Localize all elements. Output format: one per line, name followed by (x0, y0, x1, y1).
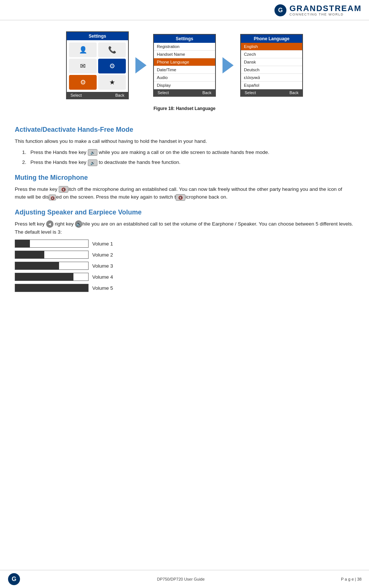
screen2-bottom: Select Back (154, 89, 215, 96)
volume-label-4: Volume 4 (92, 274, 113, 280)
volume-bar-2 (15, 251, 89, 259)
footer-logo-icon: G (7, 572, 21, 586)
menu-item-audio: Audio (154, 74, 215, 82)
screen2-menu: Registration Handset Name Phone Language… (154, 43, 215, 89)
icon-person: 👤 (69, 42, 97, 57)
footer-page-number: P a g e | 38 (341, 577, 362, 581)
icon-phone: 📞 (98, 42, 126, 57)
step-1: 1. Press the Hands free key 🔊 while you … (22, 148, 354, 157)
volume-label-2: Volume 2 (92, 252, 113, 258)
right-key-icon: 🔊 (75, 220, 82, 228)
lang-item-greek: ελληνικά (241, 74, 302, 82)
header: G GRANDSTREAM CONNECTING THE WORLD (0, 0, 369, 20)
volume-bar-fill-4 (15, 273, 73, 281)
lang-item-czech: Czech (241, 51, 302, 58)
phone-screen-2: Settings Registration Handset Name Phone… (153, 34, 216, 97)
left-key-icon: ◀ (46, 220, 54, 228)
figure-caption: Figure 18: Handset Language (154, 106, 215, 111)
arrow-1 (132, 57, 149, 73)
lang-item-deutsch: Deutsch (241, 66, 302, 74)
section-muting-title: Muting the Microphone (15, 174, 354, 182)
screen1-select: Select (70, 93, 82, 97)
phone-screens-container: Settings 👤 📞 ✉ ⚙ ⚙ ★ Select Back Setting… (66, 31, 303, 99)
volume-bar-3 (15, 262, 89, 270)
section-muting-body: Press the mute key 🔇itch off the microph… (15, 185, 354, 201)
menu-item-phone-language: Phone Language (154, 58, 215, 66)
volume-row-5: Volume 5 (15, 284, 354, 292)
volume-row-2: Volume 2 (15, 251, 354, 259)
logo-text: GRANDSTREAM CONNECTING THE WORLD (289, 4, 362, 17)
screen2-select: Select (158, 90, 169, 95)
volume-bar-fill-1 (15, 240, 30, 247)
step-1-text: 1. Press the Hands free key 🔊 while you … (22, 148, 354, 157)
screen3-select: Select (245, 90, 256, 95)
menu-item-display: Display (154, 82, 215, 89)
screen1-back: Back (115, 93, 124, 97)
phone-screen-1: Settings 👤 📞 ✉ ⚙ ⚙ ★ Select Back (66, 31, 129, 99)
grandstream-logo-icon: G (274, 4, 287, 17)
icon-gear2: ⚙ (69, 75, 97, 90)
screen2-title: Settings (154, 35, 215, 43)
step-2-text: 2. Press the Hands free key 🔊 to deactiv… (22, 158, 354, 166)
lang-item-dansk: Dansk (241, 58, 302, 66)
icon-gear: ⚙ (98, 59, 126, 73)
volume-bar-fill-3 (15, 262, 59, 269)
volume-label-1: Volume 1 (92, 241, 113, 247)
volume-bar-1 (15, 240, 89, 248)
volume-bar-fill-2 (15, 251, 44, 258)
volume-label-3: Volume 3 (92, 263, 113, 269)
screen3-bottom: Select Back (241, 89, 302, 96)
svg-text:G: G (278, 7, 283, 13)
section-volume: Adjusting Speaker and Earpiece Volume Pr… (15, 209, 354, 292)
volume-row-1: Volume 1 (15, 240, 354, 248)
logo: G GRANDSTREAM CONNECTING THE WORLD (274, 4, 362, 17)
lang-item-espanol: Español (241, 82, 302, 89)
mute-display-icon: 🔇 (49, 195, 56, 200)
footer-center-text: DP750/DP720 User Guide (157, 577, 205, 581)
hands-free-key-icon-2: 🔊 (88, 159, 97, 166)
section-hands-free: Activate/Deactivate Hands-Free Mode This… (15, 126, 354, 166)
figure-section: Settings 👤 📞 ✉ ⚙ ⚙ ★ Select Back Setting… (0, 20, 369, 115)
phone-screen-3: Phone Language English Czech Dansk Deuts… (240, 34, 303, 97)
menu-item-registration: Registration (154, 43, 215, 51)
section-muting: Muting the Microphone Press the mute key… (15, 174, 354, 201)
main-content: Activate/Deactivate Hands-Free Mode This… (0, 115, 369, 303)
volume-bar-fill-5 (15, 284, 88, 292)
screen2-back: Back (203, 90, 211, 95)
arrow-2 (220, 57, 237, 73)
footer: G DP750/DP720 User Guide P a g e | 38 (0, 570, 369, 588)
arrow-right-icon-2 (223, 57, 234, 73)
volume-label-5: Volume 5 (92, 285, 113, 291)
volume-row-3: Volume 3 (15, 262, 354, 270)
volume-levels-list: Volume 1 Volume 2 Volume 3 (15, 240, 354, 292)
icon-mail: ✉ (69, 59, 97, 73)
arrow-right-icon-1 (135, 57, 146, 73)
mute-key-icon-2: 🔇 (176, 194, 185, 201)
lang-item-english: English (241, 43, 302, 51)
mute-key-icon: 🔇 (59, 186, 68, 193)
screen1-icons: 👤 📞 ✉ ⚙ ⚙ ★ (67, 40, 128, 92)
screen3-lang-list: English Czech Dansk Deutsch ελληνικά Esp… (241, 43, 302, 89)
icon-star: ★ (98, 75, 126, 90)
logo-brand: GRANDSTREAM (289, 4, 362, 13)
section-hands-free-intro: This function allows you to make a call … (15, 137, 354, 145)
screen1-bottom: Select Back (67, 92, 128, 99)
logo-tagline: CONNECTING THE WORLD (289, 13, 362, 17)
menu-item-handset-name: Handset Name (154, 51, 215, 58)
section-hands-free-title: Activate/Deactivate Hands-Free Mode (15, 126, 354, 134)
volume-bar-5 (15, 284, 89, 292)
screen3-title: Phone Language (241, 35, 302, 43)
screen1-title: Settings (67, 32, 128, 40)
hands-free-key-icon-1: 🔊 (88, 149, 97, 156)
volume-row-4: Volume 4 (15, 273, 354, 281)
menu-item-datetime: Date/Time (154, 66, 215, 74)
section-volume-intro: Press left key ◀ right key 🔊hile you are… (15, 220, 354, 236)
section-volume-title: Adjusting Speaker and Earpiece Volume (15, 209, 354, 216)
volume-bar-4 (15, 273, 89, 281)
screen3-back: Back (290, 90, 299, 95)
step-2: 2. Press the Hands free key 🔊 to deactiv… (22, 158, 354, 166)
svg-text:G: G (12, 575, 17, 582)
